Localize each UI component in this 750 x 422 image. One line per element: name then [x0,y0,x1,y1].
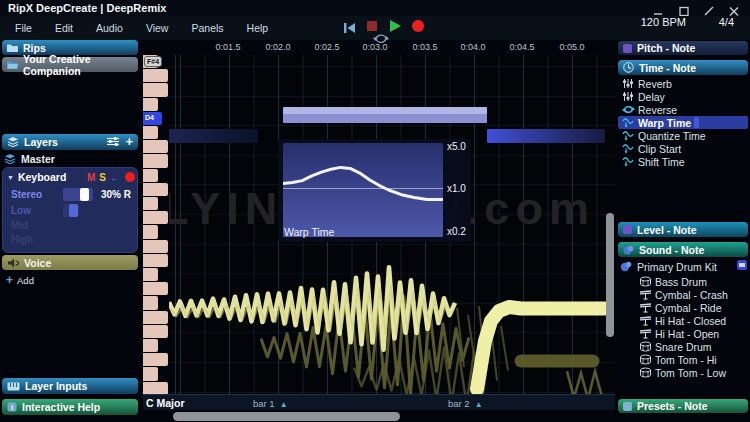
piano-key-Gs2[interactable] [143,367,158,380]
time-tool-warp-time[interactable]: Warp Time [618,116,748,129]
keyboard-layer-row[interactable]: ▼ Keyboard M S ← [7,171,135,183]
presets-label: Presets - Note [637,400,708,412]
vertical-scrollbar[interactable] [606,213,614,337]
piano-key-Fs3[interactable] [143,225,158,238]
pitch-note-panel-header[interactable]: Pitch - Note [618,41,748,55]
timeline-ruler[interactable]: 0:01.50:02.00:02.50:03.00:03.50:04.00:04… [143,40,615,55]
maximize-icon[interactable] [678,3,690,14]
record-button[interactable] [412,20,424,32]
piano-key-Fs4[interactable]: F#4 [143,55,158,68]
minimize-icon[interactable] [652,3,664,14]
rip-item-your-creative-companion[interactable]: Your Creative Companion [2,57,138,72]
timeline-label: 0:02.5 [314,42,339,52]
key-signature-label[interactable]: C Major [146,397,185,409]
piano-key-A2[interactable] [143,353,168,366]
piano-key-D3[interactable] [143,282,168,295]
stereo-pan-slider[interactable] [63,188,93,201]
piano-key-C4[interactable] [143,140,168,153]
sound-note-panel-header[interactable]: Sound - Note [618,242,748,257]
horizontal-scroll-track[interactable] [143,411,615,422]
piano-key-B2[interactable] [143,325,168,338]
bpm-display[interactable]: 120 BPM [641,16,686,28]
menu-panels[interactable]: Panels [191,22,223,34]
window-title: RipX DeepCreate | DeepRemix [8,2,166,14]
app-window: RipX DeepCreate | DeepRemix FileEditAudi… [0,0,750,422]
warp-curve-editor[interactable] [283,143,443,237]
piano-key-F3[interactable] [143,240,168,253]
piano-key-C3[interactable] [143,311,168,324]
piano-key-Cs4[interactable] [143,126,158,139]
interactive-help-panel-header[interactable]: i Interactive Help [2,399,138,415]
horizontal-scrollbar[interactable] [173,412,400,421]
piano-key-As3[interactable] [143,169,158,182]
drum-sound-hi-hat-closed[interactable]: Hi Hat - Closed [635,314,748,327]
time-tool-quantize-time[interactable]: Quantize Time [618,129,748,142]
drum-sound-cymbal-ride[interactable]: Cymbal - Ride [635,301,748,314]
low-band-slider[interactable] [63,204,79,217]
kit-collapse-button[interactable] [737,260,747,270]
timeline-label: 0:04.5 [509,42,534,52]
drum-sound-bass-drum[interactable]: Bass Drum [635,275,748,288]
play-button[interactable] [390,20,401,32]
piano-key-Ds4[interactable] [143,98,158,111]
layer-item-master[interactable]: Master [4,152,136,165]
piano-key-B3[interactable] [143,154,168,167]
timeline-label: 0:01.5 [215,42,240,52]
piano-key-D4[interactable]: D4 [143,112,162,125]
right-sidebar: Pitch - Note Time - Note ReverbDelayReve… [618,40,748,422]
menu-help[interactable]: Help [247,22,269,34]
drum-sound-tom-tom-low[interactable]: Tom Tom - Low [635,366,748,379]
menu-edit[interactable]: Edit [55,22,73,34]
layer-inputs-panel-header[interactable]: Layer Inputs [2,378,138,394]
drum-sound-snare-drum[interactable]: Snare Drum [635,340,748,353]
kit-label: Primary Drum Kit [637,261,717,273]
collapse-triangle-icon[interactable]: ▼ [7,174,14,181]
presets-note-panel-header[interactable]: Presets - Note [618,399,748,413]
bar-1-marker[interactable]: bar 1▲ [253,398,288,409]
record-arm-toggle[interactable] [125,172,135,182]
time-tool-clip-start[interactable]: Clip Start [618,142,748,155]
time-tool-shift-time[interactable]: Shift Time [618,155,748,168]
item-label: Warp Time [638,117,691,129]
sound-item-primary-drum-kit[interactable]: Primary Drum Kit [618,260,748,273]
piano-key-E4[interactable] [143,83,168,96]
drum-sound-cymbal-crash[interactable]: Cymbal - Crash [635,288,748,301]
piano-key-G3[interactable] [143,211,168,224]
add-label: Add [17,275,34,286]
layers-panel-header[interactable]: Layers + [2,134,138,150]
menu-file[interactable]: File [15,22,32,34]
note-grid[interactable]: LYING-DAW.com Warp Time x5.0 x1.0 x0.2 [169,55,615,396]
solo-toggle[interactable]: S [99,172,106,183]
time-note-panel-header[interactable]: Time - Note [618,60,748,75]
menu-view[interactable]: View [146,22,169,34]
route-arrow-icon[interactable]: ← [110,172,120,183]
layer-filter-icon[interactable] [107,136,119,148]
level-note-panel-header[interactable]: Level - Note [618,222,748,237]
time-tool-reverse[interactable]: Reverse [618,103,748,116]
piano-key-Cs3[interactable] [143,296,158,309]
drum-sound-hi-hat-open[interactable]: Hi Hat - Open [635,327,748,340]
close-icon[interactable] [728,3,740,14]
mute-toggle[interactable]: M [87,172,95,183]
piano-key-E3[interactable] [143,254,168,267]
bar-2-marker[interactable]: bar 2▲ [448,398,483,409]
time-tool-delay[interactable]: Delay [618,90,748,103]
pitch-icon [623,44,632,53]
skip-to-start-icon[interactable] [343,20,356,38]
piano-key-Ds3[interactable] [143,268,158,281]
drum-sound-tom-tom-hi[interactable]: Tom Tom - Hi [635,353,748,366]
piano-key-G2[interactable] [143,382,168,395]
item-label: Bass Drum [655,276,707,288]
time-tool-reverb[interactable]: Reverb [618,77,748,90]
piano-key-Gs3[interactable] [143,197,158,210]
edit-mode-icon[interactable] [703,3,715,14]
stereo-label: Stereo [11,189,63,200]
layer-item-voice[interactable]: Voice [2,255,138,270]
piano-key-A3[interactable] [143,183,168,196]
menu-audio[interactable]: Audio [96,22,123,34]
piano-key-As2[interactable] [143,339,158,352]
add-layer-icon[interactable]: + [125,137,133,147]
time-signature-display[interactable]: 4/4 [719,16,734,28]
piano-key-F4[interactable] [143,69,168,82]
add-layer-button[interactable]: + Add [6,273,34,287]
